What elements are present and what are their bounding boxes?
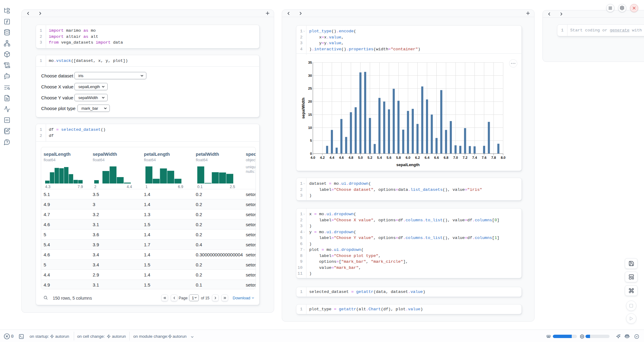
svg-text:6.8: 6.8 bbox=[444, 156, 449, 159]
svg-text:5.8: 5.8 bbox=[396, 156, 401, 159]
svg-text:20: 20 bbox=[308, 100, 312, 103]
svg-text:25: 25 bbox=[308, 87, 312, 90]
svg-text:6.2: 6.2 bbox=[415, 156, 420, 159]
svg-text:0: 0 bbox=[310, 152, 312, 155]
svg-text:5.2: 5.2 bbox=[367, 156, 372, 159]
svg-text:7.0: 7.0 bbox=[453, 156, 458, 159]
svg-text:4.0: 4.0 bbox=[310, 156, 315, 159]
svg-text:5: 5 bbox=[310, 139, 312, 142]
svg-text:15: 15 bbox=[308, 113, 312, 116]
svg-text:4.4: 4.4 bbox=[330, 156, 335, 159]
svg-text:6.4: 6.4 bbox=[425, 156, 430, 159]
svg-text:10: 10 bbox=[308, 126, 312, 130]
svg-text:4.8: 4.8 bbox=[349, 156, 353, 159]
svg-text:6.6: 6.6 bbox=[434, 156, 439, 159]
svg-text:5.6: 5.6 bbox=[387, 156, 392, 159]
svg-text:4.6: 4.6 bbox=[339, 156, 344, 159]
svg-text:7.8: 7.8 bbox=[491, 156, 496, 159]
svg-text:sepalLength: sepalLength bbox=[396, 162, 420, 167]
svg-text:30: 30 bbox=[308, 74, 312, 77]
svg-text:6.0: 6.0 bbox=[406, 156, 410, 159]
svg-text:5.4: 5.4 bbox=[377, 156, 382, 159]
svg-text:7.6: 7.6 bbox=[482, 156, 487, 159]
svg-text:8.0: 8.0 bbox=[501, 156, 506, 159]
svg-text:4.2: 4.2 bbox=[320, 156, 325, 159]
svg-text:7.4: 7.4 bbox=[472, 156, 477, 159]
svg-text:5.0: 5.0 bbox=[358, 156, 363, 159]
svg-text:sepalWidth: sepalWidth bbox=[301, 98, 306, 119]
svg-text:35: 35 bbox=[308, 61, 312, 64]
svg-text:7.2: 7.2 bbox=[463, 156, 467, 159]
